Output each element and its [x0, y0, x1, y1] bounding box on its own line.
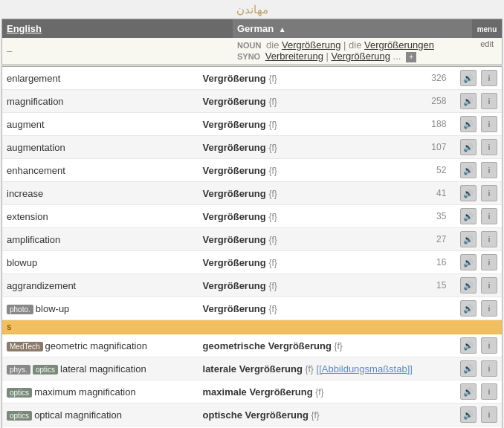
english-word-cell: phys.opticslateral magnification: [2, 357, 198, 380]
word-count: 107: [431, 142, 446, 152]
tag-optics: optics: [33, 365, 58, 374]
menu-col-header[interactable]: menu: [472, 19, 502, 38]
english-word-cell: augmentation: [2, 136, 198, 159]
tag-phys: phys.: [7, 365, 30, 374]
info-button[interactable]: i: [481, 254, 497, 270]
word-count: 258: [431, 96, 446, 106]
word-count: 52: [436, 165, 446, 175]
syno-text: Verbreiterung | Vergrößerung ... +: [265, 51, 416, 62]
table-row: opticsmaximum magnification maximale Ver…: [2, 380, 502, 403]
info-button[interactable]: i: [481, 360, 497, 377]
tag-MedTech: MedTech: [7, 342, 43, 351]
audio-button[interactable]: 🔊: [460, 231, 476, 247]
word-count: 326: [431, 73, 446, 83]
dash-symbol: –: [7, 45, 12, 56]
audio-button[interactable]: 🔊: [460, 254, 476, 270]
audio-button[interactable]: 🔊: [460, 277, 476, 294]
english-header-label: English: [7, 23, 42, 34]
info-button[interactable]: i: [481, 116, 497, 132]
audio-button[interactable]: 🔊: [460, 185, 476, 201]
german-word-cell: optische Vergrößerung {f}: [198, 403, 455, 427]
german-word-cell: 41Vergrößerung {f}: [198, 182, 455, 205]
info-button[interactable]: i: [481, 300, 497, 317]
word-count: 16: [436, 257, 446, 268]
info-button[interactable]: i: [481, 406, 497, 423]
english-col-header[interactable]: English: [2, 19, 233, 38]
table-row: MedTechgeometric magnification geometris…: [2, 334, 502, 357]
german-header-label: German: [237, 23, 274, 34]
audio-button[interactable]: 🔊: [460, 139, 476, 155]
table-row: opticsoptical magnification optische Ver…: [2, 403, 502, 427]
english-word-cell: magnification: [2, 90, 198, 113]
german-word-cell: 16Vergrößerung {f}: [198, 251, 455, 274]
action-icons-cell: 🔊 i: [454, 90, 502, 113]
info-button[interactable]: i: [481, 337, 497, 354]
tag-photo: photo.: [7, 305, 33, 314]
audio-button[interactable]: 🔊: [460, 70, 476, 86]
sort-arrow-icon: ▲: [279, 25, 286, 33]
audio-button[interactable]: 🔊: [460, 162, 476, 178]
info-button[interactable]: i: [481, 383, 497, 400]
action-icons-cell: 🔊 i: [454, 297, 502, 320]
german-word-cell: 258Vergrößerung {f}: [198, 90, 455, 113]
table-row: magnification 258Vergrößerung {f} 🔊 i: [2, 90, 502, 113]
english-word-cell: augment: [2, 113, 198, 136]
german-word-cell: Vergrößerung {f}: [198, 297, 455, 320]
tag-optics: optics: [7, 411, 32, 421]
german-word-cell: 35Vergrößerung {f}: [198, 205, 455, 228]
action-icons-cell: 🔊 i: [454, 182, 502, 205]
edit-button[interactable]: edit: [480, 39, 494, 48]
info-button[interactable]: i: [481, 185, 497, 201]
table-row: augment 188Vergrößerung {f} 🔊 i: [2, 113, 502, 136]
menu-label: menu: [477, 25, 497, 33]
english-word-cell: increase: [2, 182, 198, 205]
english-word-cell: blowup: [2, 251, 198, 274]
action-icons-cell: 🔊 i: [454, 205, 502, 228]
table-row: amplification 27Vergrößerung {f} 🔊 i: [2, 228, 502, 251]
action-icons-cell: 🔊 i: [454, 403, 502, 427]
german-word-cell: geometrische Vergrößerung {f}: [198, 334, 455, 357]
dash-cell: –: [2, 38, 233, 65]
info-button[interactable]: i: [481, 139, 497, 155]
table-row: aggrandizement 15Vergrößerung {f} 🔊 i: [2, 274, 502, 297]
english-word-cell: enlargement: [2, 67, 198, 90]
audio-button[interactable]: 🔊: [460, 93, 476, 109]
noun-label: NOUN: [237, 41, 261, 50]
english-word-cell: photo.blow-up: [2, 297, 198, 320]
german-word-cell: maximale Vergrößerung {f}: [198, 380, 455, 403]
info-button[interactable]: i: [481, 277, 497, 294]
table-row: blowup 16Vergrößerung {f} 🔊 i: [2, 251, 502, 274]
english-word-cell: opticsoptical magnification: [2, 403, 198, 427]
top-title: مهاندن: [0, 0, 504, 19]
audio-button[interactable]: 🔊: [460, 300, 476, 317]
audio-button[interactable]: 🔊: [460, 208, 476, 224]
german-word-cell: 107Vergrößerung {f}: [198, 136, 455, 159]
info-button[interactable]: i: [481, 93, 497, 109]
table-row: extension 35Vergrößerung {f} 🔊 i: [2, 205, 502, 228]
table-row: enlargement 326Vergrößerung {f} 🔊 i: [2, 67, 502, 90]
info-button[interactable]: i: [481, 70, 497, 86]
info-button[interactable]: i: [481, 208, 497, 224]
audio-button[interactable]: 🔊: [460, 337, 476, 354]
english-word-cell: opticsmaximum magnification: [2, 380, 198, 403]
noun-text: die Vergrößerung | die Vergrößerungen: [266, 39, 434, 51]
action-icons-cell: 🔊 i: [454, 357, 502, 380]
word-count: 15: [436, 280, 446, 291]
audio-button[interactable]: 🔊: [460, 383, 476, 400]
english-word-cell: aggrandizement: [2, 274, 198, 297]
german-col-header[interactable]: German ▲: [233, 19, 472, 38]
audio-button[interactable]: 🔊: [460, 116, 476, 132]
audio-button[interactable]: 🔊: [460, 406, 476, 423]
info-button[interactable]: i: [481, 231, 497, 247]
info-button[interactable]: i: [481, 162, 497, 178]
english-word-cell: enhancement: [2, 159, 198, 182]
german-word-cell: 326Vergrößerung {f}: [198, 67, 455, 90]
audio-button[interactable]: 🔊: [460, 360, 476, 377]
dash-row: – NOUN die Vergrößerung | die Vergrößeru…: [2, 38, 502, 65]
table-row: increase 41Vergrößerung {f} 🔊 i: [2, 182, 502, 205]
table-row: phys.opticslateral magnification lateral…: [2, 357, 502, 380]
english-word-cell: amplification: [2, 228, 198, 251]
action-icons-cell: 🔊 i: [454, 113, 502, 136]
table-row: augmentation 107Vergrößerung {f} 🔊 i: [2, 136, 502, 159]
word-count: 35: [436, 211, 446, 221]
